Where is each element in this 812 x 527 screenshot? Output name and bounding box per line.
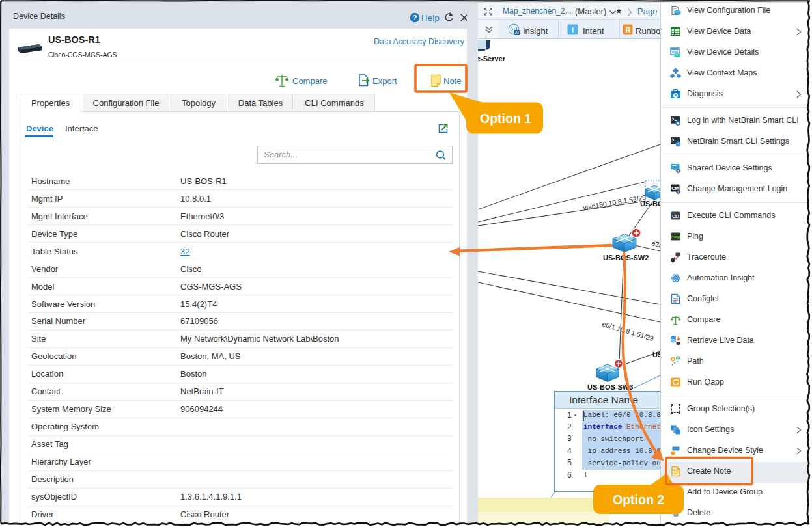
- svg-text:Note: Note: [443, 76, 461, 86]
- svg-text:B: B: [677, 357, 679, 360]
- svg-text:e0/1 10.8.1.51/29: e0/1 10.8.1.51/29: [601, 319, 654, 342]
- svg-text:CM: CM: [671, 186, 679, 191]
- svg-text:US-BOS-SW2: US-BOS-SW2: [603, 254, 649, 262]
- svg-text:CLI: CLI: [672, 214, 679, 219]
- svg-text:Compare: Compare: [292, 76, 327, 86]
- svg-text:Ping: Ping: [671, 234, 680, 239]
- svg-text:Help: Help: [421, 13, 440, 23]
- svg-text:Export: Export: [372, 76, 397, 86]
- svg-text:vlan150 10.8.1.52/29: vlan150 10.8.1.52/29: [582, 193, 647, 211]
- svg-text:US-BOS-SW3: US-BOS-SW3: [587, 383, 633, 391]
- svg-text:A: A: [672, 357, 675, 361]
- svg-text:?: ?: [413, 14, 417, 21]
- svg-text:e-Server: e-Server: [478, 55, 506, 62]
